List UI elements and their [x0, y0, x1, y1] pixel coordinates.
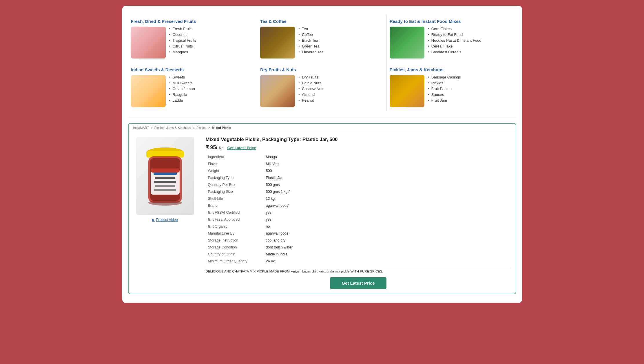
- category-item[interactable]: Fruit Jam: [428, 98, 461, 103]
- category-item[interactable]: Milk Sweets: [169, 81, 195, 85]
- category-title-pickles-jams[interactable]: Pickles, Jams & Ketchups: [390, 67, 513, 72]
- category-item[interactable]: Cereal Flake: [428, 44, 481, 48]
- spec-label: Weight: [206, 167, 264, 174]
- category-title-indian-sweets[interactable]: Indian Sweets & Desserts: [131, 67, 254, 72]
- breadcrumb-pickles-jams[interactable]: Pickles, Jams & Ketchups: [154, 126, 191, 129]
- spec-value: yes: [264, 209, 511, 216]
- categories-grid: Fresh, Dried & Preserved FruitsFresh Fru…: [128, 14, 516, 117]
- product-image: [136, 137, 194, 215]
- get-latest-price-button[interactable]: Get Latest Price: [330, 277, 386, 289]
- spec-row: Shelf Life12 kg: [206, 195, 511, 202]
- spec-label: Packaging Type: [206, 174, 264, 181]
- spec-value: 500 gms: [264, 181, 511, 188]
- svg-rect-7: [154, 181, 176, 183]
- category-item[interactable]: Sauces: [428, 92, 461, 97]
- spec-value: 24 Kg: [264, 258, 511, 265]
- category-item[interactable]: Coconut: [169, 32, 196, 37]
- spec-value: 500: [264, 167, 511, 174]
- category-title-instant-food[interactable]: Ready to Eat & Instant Food Mixes: [390, 19, 513, 24]
- category-item[interactable]: Dry Fruits: [298, 75, 324, 79]
- category-items-tea-coffee: TeaCoffeeBlack TeaGreen TeaFlavored Tea: [298, 27, 324, 56]
- spec-value: 500 gms 1 kgs': [264, 188, 511, 195]
- spec-label: Manufacturer By: [206, 230, 264, 237]
- product-title: Mixed Vegetable Pickle, Packaging Type: …: [206, 137, 511, 142]
- category-item[interactable]: Green Tea: [298, 44, 324, 48]
- category-item[interactable]: Rasgulla: [169, 92, 195, 97]
- spec-row: Is It Fssai Approvedyes: [206, 216, 511, 223]
- spec-label: Is It Fssai Approved: [206, 216, 264, 223]
- spec-value: no: [264, 223, 511, 230]
- category-item[interactable]: Tropical Fruits: [169, 38, 196, 43]
- category-item[interactable]: Ready to Eat Food: [428, 32, 481, 37]
- category-image-indian-sweets: [131, 75, 166, 107]
- spec-value: 12 kg: [264, 195, 511, 202]
- category-section-dry-fruits: Dry Fruits & NutsDry FruitsEdible NutsCa…: [257, 63, 387, 111]
- category-item[interactable]: Almond: [298, 92, 324, 97]
- category-item[interactable]: Peanut: [298, 98, 324, 103]
- spec-row: Manufacturer Byagarwal foods: [206, 230, 511, 237]
- product-detail-wrapper: IndiaMART > Pickles, Jams & Ketchups > P…: [128, 123, 516, 294]
- category-item[interactable]: Tea: [298, 27, 324, 31]
- category-item[interactable]: Edible Nuts: [298, 81, 324, 85]
- category-section-fresh-fruits: Fresh, Dried & Preserved FruitsFresh Fru…: [128, 14, 258, 63]
- breadcrumb-pickles[interactable]: Pickles: [196, 126, 207, 129]
- category-body-indian-sweets: SweetsMilk SweetsGulab JamunRasgullaLadd…: [131, 75, 254, 107]
- svg-rect-10: [151, 169, 180, 173]
- category-image-pickles-jams: [390, 75, 424, 107]
- category-item[interactable]: Pickles: [428, 81, 461, 85]
- main-container: Fresh, Dried & Preserved FruitsFresh Fru…: [122, 6, 522, 303]
- category-item[interactable]: Fresh Fruits: [169, 27, 196, 31]
- product-description: DELICIOUS AND CHATPATA MIX PICKLE MADE F…: [206, 267, 511, 273]
- spec-value: Plastic Jar: [264, 174, 511, 181]
- category-title-dry-fruits[interactable]: Dry Fruits & Nuts: [260, 67, 384, 72]
- price-unit: Kg: [219, 146, 224, 150]
- spec-row: Quantity Per Box500 gms: [206, 181, 511, 188]
- category-item[interactable]: Corn Flakes: [428, 27, 481, 31]
- spec-value: agarwal foods: [264, 230, 511, 237]
- spec-label: Is It Organic: [206, 223, 264, 230]
- price-value: ₹ 95/: [206, 144, 218, 150]
- category-item[interactable]: Breakfast Cereals: [428, 50, 481, 54]
- spec-label: Shelf Life: [206, 195, 264, 202]
- spec-label: Packaging Size: [206, 188, 264, 195]
- category-item[interactable]: Coffee: [298, 32, 324, 37]
- category-item[interactable]: Sweets: [169, 75, 195, 79]
- get-latest-price-link[interactable]: Get Latest Price: [227, 146, 256, 150]
- category-item[interactable]: Sausage Casings: [428, 75, 461, 79]
- spec-row: Brandagarwal foods': [206, 202, 511, 209]
- category-item[interactable]: Black Tea: [298, 38, 324, 43]
- category-item[interactable]: Citrus Fruits: [169, 44, 196, 48]
- breadcrumb-indiamart[interactable]: IndiaMART: [133, 126, 149, 129]
- category-section-pickles-jams: Pickles, Jams & KetchupsSausage CasingsP…: [387, 63, 516, 111]
- spec-row: IngredientMango: [206, 153, 511, 160]
- product-video-link[interactable]: ▶ Product Video: [152, 218, 178, 222]
- spec-row: Storage Instructioncool and dry: [206, 237, 511, 244]
- category-item[interactable]: Noodles Pasta & Instant Food: [428, 38, 481, 43]
- spec-row: Is It FSSAI Certifiedyes: [206, 209, 511, 216]
- category-image-instant-food: [390, 27, 424, 58]
- category-items-pickles-jams: Sausage CasingsPicklesFruit PastesSauces…: [428, 75, 461, 104]
- product-info-col: Mixed Vegetable Pickle, Packaging Type: …: [206, 137, 511, 289]
- category-items-fresh-fruits: Fresh FruitsCoconutTropical FruitsCitrus…: [169, 27, 196, 56]
- spec-label: Storage Condition: [206, 244, 264, 251]
- category-item[interactable]: Laddu: [169, 98, 195, 103]
- category-body-dry-fruits: Dry FruitsEdible NutsCashew NutsAlmondPe…: [260, 75, 384, 107]
- category-item[interactable]: Gulab Jamun: [169, 87, 195, 91]
- spec-value: Made in India: [264, 251, 511, 258]
- category-title-tea-coffee[interactable]: Tea & Coffee: [260, 19, 384, 24]
- category-body-pickles-jams: Sausage CasingsPicklesFruit PastesSauces…: [390, 75, 513, 107]
- svg-rect-6: [155, 177, 175, 179]
- category-section-tea-coffee: Tea & CoffeeTeaCoffeeBlack TeaGreen TeaF…: [257, 14, 387, 63]
- category-image-dry-fruits: [260, 75, 295, 107]
- spec-label: Storage Instruction: [206, 237, 264, 244]
- category-title-fresh-fruits[interactable]: Fresh, Dried & Preserved Fruits: [131, 19, 254, 24]
- spec-row: Weight500: [206, 167, 511, 174]
- spec-value: Mix Veg: [264, 160, 511, 167]
- category-item[interactable]: Mangoes: [169, 50, 196, 54]
- category-item[interactable]: Fruit Pastes: [428, 87, 461, 91]
- svg-rect-8: [155, 185, 175, 187]
- breadcrumb: IndiaMART > Pickles, Jams & Ketchups > P…: [129, 124, 516, 132]
- category-item[interactable]: Cashew Nuts: [298, 87, 324, 91]
- category-item[interactable]: Flavored Tea: [298, 50, 324, 54]
- category-body-tea-coffee: TeaCoffeeBlack TeaGreen TeaFlavored Tea: [260, 27, 384, 58]
